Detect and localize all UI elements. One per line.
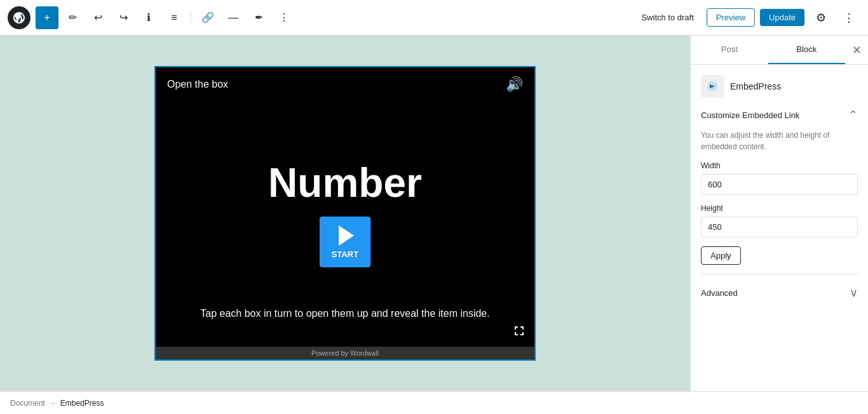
undo-button[interactable]: ↩ (86, 6, 109, 29)
toolbar-divider (191, 10, 191, 25)
list-view-button[interactable]: ≡ (163, 6, 186, 29)
settings-button[interactable]: ⚙ (810, 6, 832, 29)
update-button[interactable]: Update (760, 9, 804, 26)
toolbar-right: Switch to draft Preview Update ⚙ ⋮ (634, 6, 860, 29)
preview-button[interactable]: Preview (707, 8, 755, 27)
redo-button[interactable]: ↪ (112, 6, 135, 29)
add-block-button[interactable]: + (36, 6, 58, 29)
kebab-icon: ⋮ (843, 11, 855, 25)
advanced-section-row[interactable]: Advanced ∨ (701, 283, 858, 302)
main-area: Open the box 🔊 Number START Tap each box… (0, 36, 868, 391)
redo-icon: ↪ (119, 11, 128, 23)
sidebar-panel: Post Block ✕ EmbedPress Customize Embedd… (690, 36, 868, 391)
marker-button[interactable]: ✒ (247, 6, 270, 29)
embed-play-button[interactable]: START (320, 217, 370, 267)
block-header: EmbedPress (701, 75, 858, 98)
close-icon: ✕ (852, 43, 862, 57)
height-field-group: Height (701, 204, 858, 237)
width-input[interactable] (701, 174, 858, 195)
info-icon: ℹ (147, 11, 151, 23)
chevron-down-icon: ∨ (850, 286, 858, 299)
advanced-toggle-button[interactable]: ∨ (850, 286, 858, 300)
width-field-group: Width (701, 161, 858, 195)
breadcrumb-document[interactable]: Document (10, 399, 45, 408)
wp-logo-icon (13, 11, 25, 24)
pencil-icon: ✏ (69, 11, 77, 23)
tab-post[interactable]: Post (691, 36, 768, 64)
play-triangle-icon (339, 225, 354, 246)
start-label: START (332, 250, 358, 259)
plus-icon: + (44, 12, 50, 23)
main-toolbar: + ✏ ↩ ↪ ℹ ≡ 🔗 — ✒ ⋮ Switch to draft (0, 0, 868, 36)
separator-icon: — (228, 12, 238, 23)
block-panel: EmbedPress Customize Embedded Link ⌃ You… (691, 65, 868, 312)
block-name-label: EmbedPress (730, 81, 781, 91)
settings-icon: ⚙ (816, 11, 826, 25)
tab-block[interactable]: Block (768, 36, 846, 64)
fullscreen-icon[interactable] (513, 324, 526, 340)
embedpress-block-icon (701, 75, 724, 98)
embed-number-label: Number (268, 159, 422, 206)
width-label: Width (701, 161, 858, 170)
switch-draft-button[interactable]: Switch to draft (634, 9, 701, 26)
embed-video: Open the box 🔊 Number START Tap each box… (156, 67, 534, 347)
editor-canvas[interactable]: Open the box 🔊 Number START Tap each box… (0, 36, 690, 391)
undo-icon: ↩ (94, 11, 102, 23)
wordpress-logo (8, 6, 31, 29)
embedpress-icon (706, 80, 719, 93)
more-icon: ⋮ (279, 11, 289, 23)
marker-icon: ✒ (255, 11, 263, 23)
embed-block[interactable]: Open the box 🔊 Number START Tap each box… (154, 66, 536, 361)
customize-description: You can adjust the width and height of e… (701, 130, 858, 152)
speaker-icon: 🔊 (506, 76, 523, 93)
chain-icon: 🔗 (201, 11, 214, 23)
customize-section-title: Customize Embedded Link (701, 110, 799, 120)
list-icon: ≡ (171, 12, 177, 23)
embed-top-bar: Open the box 🔊 (156, 67, 534, 102)
edit-tool-button[interactable]: ✏ (61, 6, 84, 29)
breadcrumb-current: EmbedPress (60, 399, 104, 408)
customize-section-header: Customize Embedded Link ⌃ (701, 108, 858, 122)
sidebar-close-button[interactable]: ✕ (845, 39, 868, 62)
chevron-up-icon: ⌃ (848, 109, 858, 121)
toolbar-left: + ✏ ↩ ↪ ℹ ≡ 🔗 — ✒ ⋮ (8, 6, 631, 29)
embed-footer: Powered by Wordwall (156, 347, 534, 359)
more-options-button[interactable]: ⋮ (837, 6, 860, 29)
advanced-label: Advanced (701, 288, 738, 298)
breadcrumb-separator: → (49, 399, 57, 408)
chain-button[interactable]: 🔗 (196, 6, 219, 29)
height-label: Height (701, 204, 858, 213)
more-toolbar-button[interactable]: ⋮ (273, 6, 295, 29)
breadcrumb-bar: Document → EmbedPress (0, 391, 868, 414)
info-button[interactable]: ℹ (137, 6, 160, 29)
apply-button[interactable]: Apply (701, 246, 741, 265)
section-divider (701, 274, 858, 274)
customize-toggle-button[interactable]: ⌃ (848, 108, 858, 122)
sidebar-tabs-row: Post Block ✕ (691, 36, 868, 65)
embed-description: Tap each box in turn to open them up and… (156, 306, 534, 321)
separator-button[interactable]: — (222, 6, 245, 29)
embed-open-text: Open the box (167, 79, 228, 90)
height-input[interactable] (701, 217, 858, 237)
